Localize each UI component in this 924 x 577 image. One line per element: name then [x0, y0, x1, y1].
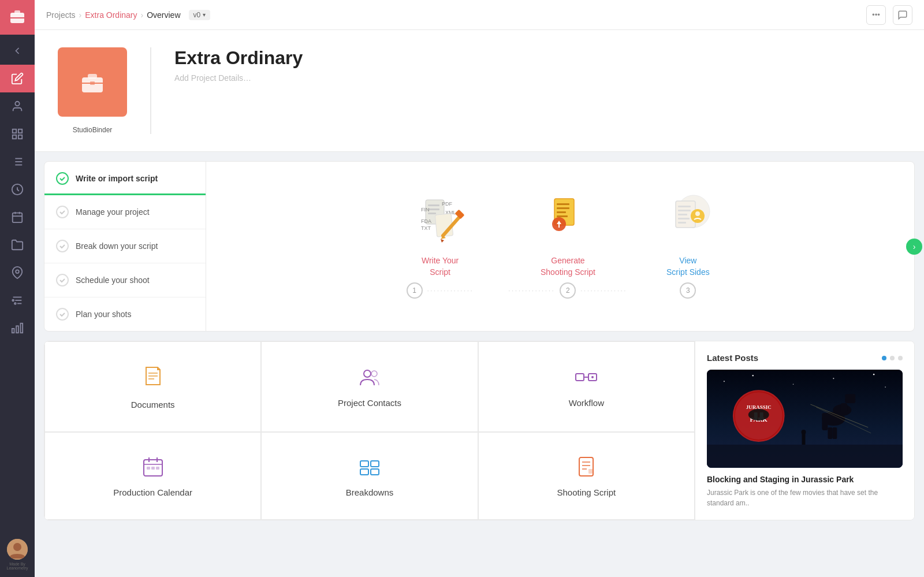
project-subtitle[interactable]: Add Project Details… [174, 73, 303, 83]
step-label-breakdown: Break down your script [76, 241, 158, 251]
breadcrumb-project[interactable]: Extra Ordinary [85, 10, 137, 20]
step-item-manage[interactable]: Manage your project [44, 195, 206, 229]
svg-rect-93 [754, 412, 758, 419]
svg-text:PDF: PDF [442, 201, 453, 207]
svg-rect-56 [678, 206, 691, 207]
step-item-write[interactable]: Write or import script [44, 162, 206, 195]
svg-rect-109 [371, 469, 379, 475]
breadcrumb-projects[interactable]: Projects [46, 10, 76, 20]
step-label-shots: Plan your shots [76, 310, 132, 319]
svg-point-19 [16, 270, 19, 273]
step-label-schedule: Schedule your shoot [76, 276, 150, 285]
workflow-label: Workflow [569, 398, 604, 408]
svg-rect-94 [760, 412, 763, 419]
svg-rect-5 [18, 129, 22, 133]
sidebar-item-contacts[interactable] [0, 92, 35, 120]
svg-point-78 [885, 386, 886, 388]
view-sides-icon [662, 194, 714, 246]
svg-point-29 [13, 543, 21, 551]
sidebar-item-calendar[interactable] [0, 203, 35, 231]
breadcrumb-sep2: › [141, 10, 144, 20]
post-title[interactable]: Blocking and Staging in Jurassic Park [707, 475, 903, 484]
svg-rect-15 [13, 213, 23, 223]
svg-rect-68 [576, 374, 584, 381]
posts-dot-1[interactable] [882, 356, 886, 360]
topbar: Projects › Extra Ordinary › Overview v0 … [35, 0, 924, 30]
step-item-shots[interactable]: Plan your shots [44, 297, 206, 331]
svg-point-92 [748, 409, 769, 420]
svg-point-77 [873, 374, 874, 375]
user-avatar[interactable] [7, 539, 28, 560]
steps-next-button[interactable]: › [906, 239, 922, 255]
breakdowns-label: Breakdowns [346, 487, 394, 497]
svg-point-62 [695, 211, 700, 216]
back-button[interactable] [0, 37, 35, 65]
cell-workflow[interactable]: Workflow [478, 341, 695, 432]
sidebar-item-folders[interactable] [0, 231, 35, 259]
content-area: StudioBinder Extra Ordinary Add Project … [35, 30, 924, 577]
cell-breakdowns[interactable]: Breakdowns [261, 432, 478, 520]
sidebar-item-analytics[interactable] [0, 314, 35, 342]
svg-point-74 [752, 375, 754, 376]
svg-point-66 [364, 370, 371, 377]
breadcrumb-sep1: › [79, 10, 82, 20]
svg-point-24 [14, 303, 16, 304]
sidebar-item-locations[interactable] [0, 259, 35, 286]
svg-rect-7 [18, 135, 22, 139]
svg-text:TXT: TXT [421, 225, 431, 231]
cell-project-contacts[interactable]: Project Contacts [261, 341, 478, 432]
action-write-script[interactable]: FIN PDF XML FDA TXT [414, 194, 466, 278]
step-check-shots [56, 308, 69, 321]
topbar-right: ••• [866, 5, 912, 25]
steps-content-area: FIN PDF XML FDA TXT [206, 162, 914, 331]
posts-dot-2[interactable] [890, 356, 895, 360]
cell-documents[interactable]: Documents [44, 341, 261, 432]
action-view-sides[interactable]: ViewScript Sides [662, 194, 714, 278]
post-image-art: JURASSIC PARK [707, 370, 903, 468]
svg-marker-46 [441, 239, 444, 243]
svg-rect-35 [428, 204, 439, 206]
breadcrumb: Projects › Extra Ordinary › Overview v0 … [46, 10, 210, 20]
sidebar-item-storyboard[interactable] [0, 120, 35, 148]
svg-rect-60 [678, 222, 686, 224]
cell-production-calendar[interactable]: Production Calendar [44, 432, 261, 520]
svg-point-75 [793, 384, 794, 385]
steps-list: Write or import script Manage your proje… [44, 162, 206, 331]
svg-point-73 [724, 381, 725, 382]
latest-posts-title: Latest Posts [707, 353, 758, 363]
posts-dot-3[interactable] [898, 356, 903, 360]
version-badge[interactable]: v0 ▾ [189, 10, 211, 20]
svg-rect-83 [832, 427, 837, 439]
step-item-breakdown[interactable]: Break down your script [44, 229, 206, 263]
sidebar-item-breakdown[interactable] [0, 148, 35, 176]
svg-rect-85 [840, 403, 847, 412]
post-image[interactable]: JURASSIC PARK [707, 370, 903, 468]
more-button[interactable]: ••• [866, 5, 886, 25]
project-title: Extra Ordinary [174, 47, 303, 69]
sidebar-item-scripts[interactable] [0, 65, 35, 92]
step-item-schedule[interactable]: Schedule your shoot [44, 263, 206, 297]
sidebar-item-settings[interactable] [0, 286, 35, 314]
svg-rect-6 [13, 135, 16, 139]
action-generate-shooting[interactable]: GenerateShooting Script [541, 194, 595, 278]
step-label-manage: Manage your project [76, 207, 150, 217]
step-label-write: Write or import script [76, 174, 158, 183]
svg-rect-103 [147, 467, 150, 470]
shooting-script-label: Shooting Script [557, 487, 616, 497]
svg-rect-1 [14, 10, 20, 14]
sidebar: Made ByLeanometry [0, 0, 35, 577]
sidebar-item-scenes[interactable] [0, 176, 35, 203]
cell-shooting-script[interactable]: Shooting Script [478, 432, 695, 520]
svg-rect-27 [12, 329, 14, 333]
step-check-schedule [56, 274, 69, 286]
svg-point-67 [371, 371, 377, 377]
documents-icon [141, 364, 165, 393]
chat-button[interactable] [893, 5, 912, 25]
action-write-label: Write YourScript [422, 255, 459, 278]
svg-rect-107 [371, 461, 379, 467]
svg-rect-25 [21, 323, 23, 333]
svg-point-71 [591, 376, 594, 378]
project-thumbnail[interactable] [58, 47, 127, 117]
sidebar-logo[interactable] [0, 0, 35, 35]
svg-rect-58 [678, 214, 687, 215]
